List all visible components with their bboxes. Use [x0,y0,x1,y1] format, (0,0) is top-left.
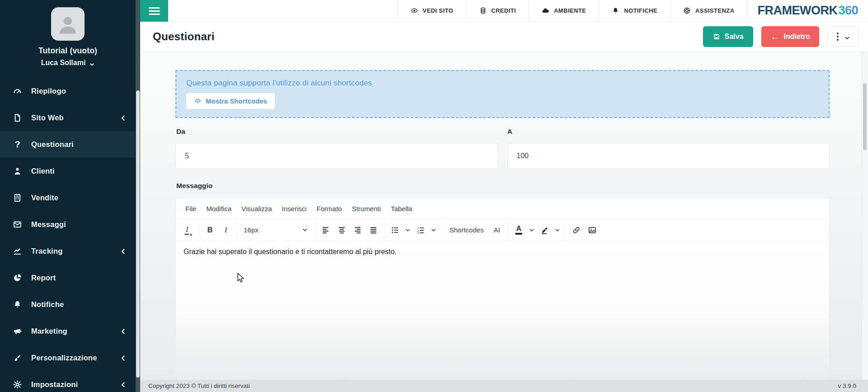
sidebar-item-vendite[interactable]: Vendite [0,184,136,211]
sidebar-item-label: Messaggi [31,220,126,229]
insert-image-button[interactable] [585,222,599,237]
file-icon [13,113,22,123]
italic-button[interactable]: I [218,222,233,237]
chart-icon [13,246,22,256]
numbered-list-options-button[interactable] [429,222,438,237]
editor-menu-tabella[interactable]: Tabella [386,202,417,216]
a-input[interactable] [507,143,830,169]
save-button-label: Salva [725,33,744,41]
page-scrollbar-thumb[interactable] [863,83,867,150]
insert-link-button[interactable] [569,222,584,237]
back-button[interactable]: ← Indietro [761,26,819,47]
chevron-left-icon [120,382,126,388]
topbar-item-label: ASSISTENZA [695,7,734,14]
avatar[interactable] [51,7,85,41]
clear-formatting-button[interactable]: I× [181,222,196,237]
sidebar-scrollbar[interactable] [136,0,140,392]
editor-menu-visualizza[interactable]: Visualizza [236,202,277,216]
sidebar-item-questionari[interactable]: ?Questionari [0,131,136,158]
font-size-select[interactable]: 16px [240,222,311,238]
sidebar-item-sito-web[interactable]: Sito Web [0,104,136,131]
logo-framework-text: FRAMEWORK [757,4,837,18]
app-logo: FRAMEWORK 360 [747,0,868,21]
save-button[interactable]: Salva [703,26,754,47]
sidebar-item-riepilogo[interactable]: Riepilogo [0,78,136,104]
chevron-left-icon [120,248,126,255]
life-ring-icon [683,7,691,14]
ai-toolbar-button[interactable]: AI [489,222,505,237]
show-shortcodes-label: Mostra Shortcodes [206,97,267,105]
sidebar-item-notifiche[interactable]: Notifiche [0,291,136,318]
editor-menu-inserisci[interactable]: Inserisci [277,202,311,216]
topbar-item-crediti[interactable]: CREDITI [466,0,529,21]
align-right-icon [353,226,362,235]
sidebar-item-marketing[interactable]: Marketing [0,318,136,345]
text-color-options-button[interactable] [527,222,536,237]
chevron-down-icon [90,61,94,66]
page-scrollbar[interactable] [862,52,868,380]
sidebar-item-tracking[interactable]: Tracking [0,238,136,264]
editor-menu-formato[interactable]: Formato [311,202,347,216]
sidebar-item-label: Notifiche [31,300,126,309]
sidebar-item-messaggi[interactable]: Messaggi [0,211,136,238]
editor-menu-modifica[interactable]: Modifica [201,202,236,216]
sidebar-item-personalizzazione[interactable]: Personalizzazione [0,345,136,371]
editor-menubar: FileModificaVisualizzaInserisciFormatoSt… [176,198,829,219]
copyright-text: Copyright 2023 © Tutti i diritti riserva… [148,383,250,389]
numbered-list-button[interactable]: 123 [413,222,428,237]
highlighter-icon [540,226,549,235]
topbar-item-ambiente[interactable]: AMBIENTE [528,0,599,21]
align-right-button[interactable] [350,222,365,237]
align-justify-button[interactable] [366,222,381,237]
main-area: VEDI SITOCREDITIAMBIENTENOTIFICHEASSISTE… [140,0,868,392]
sidebar-item-report[interactable]: Report [0,264,136,291]
version-text: v 3.9.0 [838,383,856,389]
envelope-icon [13,220,22,229]
text-color-button[interactable]: A [511,222,526,237]
chevron-down-icon [844,34,850,39]
sidebar-item-label: Vendite [31,194,126,202]
bold-button[interactable]: B [203,222,217,237]
user-menu[interactable]: Luca Sollami [0,59,136,67]
header-actions: Salva ← Indietro [703,26,859,47]
highlight-color-button[interactable] [537,222,552,237]
hamburger-menu-button[interactable] [140,0,168,22]
pie-icon [13,273,22,283]
topbar-item-notifiche[interactable]: NOTIFICHE [599,0,670,21]
bell-icon [13,300,22,309]
sidebar-item-impostazioni[interactable]: Impostazioni [0,371,136,392]
bullet-list-button[interactable] [387,222,402,237]
topbar-item-vedi-sito[interactable]: VEDI SITO [397,0,466,21]
shortcodes-toolbar-button[interactable]: Shortcodes [445,222,488,237]
sidebar-item-label: Report [31,274,126,282]
align-left-button[interactable] [318,222,333,237]
sidebar-item-label: Impostazioni [31,380,120,389]
brush-icon [13,353,22,363]
gauge-icon [13,86,22,96]
chevron-down-icon [431,227,436,233]
sidebar-item-label: Riepilogo [31,87,126,95]
da-input[interactable] [175,143,498,169]
editor-content-area[interactable]: Grazie hai superato il questionario e ti… [176,241,829,380]
highlight-color-options-button[interactable] [553,222,562,237]
bullet-list-icon [391,226,400,235]
editor-menu-file[interactable]: File [180,202,201,216]
chevron-left-icon [120,355,126,361]
align-center-button[interactable] [334,222,349,237]
bullet-list-options-button[interactable] [403,222,412,237]
footer: Copyright 2023 © Tutti i diritti riserva… [140,380,868,392]
editor-toolbar: I× B I 16px [176,219,829,241]
editor-menu-strumenti[interactable]: Strumenti [347,202,386,216]
page-title: Questionari [153,30,215,43]
person-icon [13,166,22,176]
show-shortcodes-button[interactable]: Mostra Shortcodes [186,93,275,109]
topbar-item-assistenza[interactable]: ASSISTENZA [670,0,747,21]
sidebar-scrollbar-thumb[interactable] [136,90,140,378]
app-root: Tutorial (vuoto) Luca Sollami RiepilogoS… [0,0,868,392]
back-button-label: Indietro [783,33,810,41]
eye-icon [410,7,418,14]
more-actions-button[interactable] [827,26,859,47]
sidebar-item-clienti[interactable]: Clienti [0,158,136,184]
topbar-item-label: NOTIFICHE [624,7,657,14]
topbar-item-label: AMBIENTE [554,7,586,14]
